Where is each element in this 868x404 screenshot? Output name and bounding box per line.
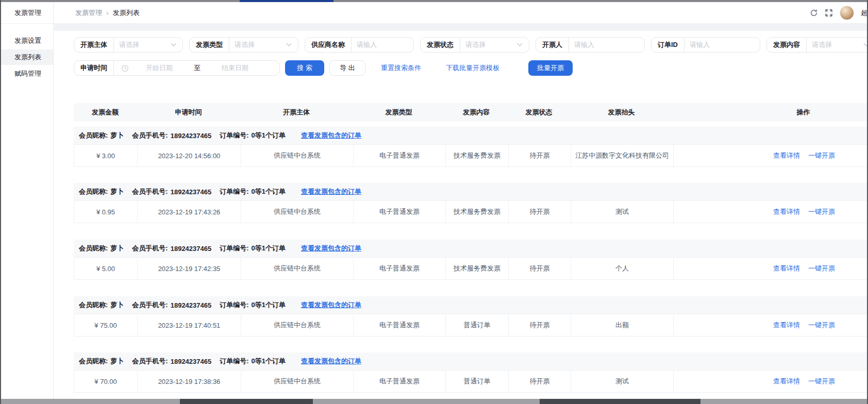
breadcrumb-item-invoice-list: 发票列表 (113, 8, 140, 18)
filter-label: 开票人 (536, 40, 569, 49)
invoice-title-cell: 测试 (571, 201, 673, 223)
horizontal-scrollbar-thumb[interactable] (180, 399, 313, 404)
order-no-value: 0等1个订单 (252, 187, 286, 196)
order-no-label: 订单编号: (220, 244, 248, 253)
filter-label: 发票内容 (767, 40, 806, 49)
filter-placeholder: 请选择 (807, 40, 864, 49)
invoice-status-cell: 待开票 (508, 314, 571, 336)
view-detail-link[interactable]: 查看详情 (773, 151, 800, 160)
horizontal-scrollbar-thumb-2[interactable] (540, 399, 700, 404)
filter-select-发票状态[interactable]: 发票状态请选择 (420, 37, 529, 53)
filter-select-发票类型[interactable]: 发票类型请选择 (189, 37, 298, 53)
member-nickname-value: 萝卜 (110, 357, 124, 366)
column-header-发票抬头: 发票抬头 (570, 103, 673, 122)
refresh-icon[interactable] (810, 9, 818, 17)
view-detail-link[interactable]: 查看详情 (773, 321, 800, 330)
filter-label: 供应商名称 (305, 40, 351, 49)
view-included-orders-link[interactable]: 查看发票包含的订单 (301, 357, 361, 366)
sidebar-menu: 发票设置发票列表赋码管理 (1, 24, 53, 81)
invoice-type-cell: 电子普通发票 (353, 258, 445, 279)
user-avatar[interactable] (840, 6, 854, 20)
breadcrumb-item-invoice-management[interactable]: 发票管理 (75, 8, 102, 18)
operations-cell: 查看详情一键开票 (673, 258, 867, 279)
invoice-group: 会员昵称:萝卜会员手机号:18924237465订单编号:0等1个订单查看发票包… (74, 127, 867, 167)
group-member-bar: 会员昵称:萝卜会员手机号:18924237465订单编号:0等1个订单查看发票包… (74, 352, 867, 370)
breadcrumb-separator-icon: › (106, 9, 109, 17)
apply-time-range-picker[interactable]: 申请时间 开始日期 至 结束日期 (74, 60, 280, 76)
filter-placeholder: 请输入 (685, 40, 760, 49)
view-included-orders-link[interactable]: 查看发票包含的订单 (301, 131, 361, 140)
one-click-invoice-link[interactable]: 一键开票 (808, 377, 835, 386)
invoice-type-cell: 电子普通发票 (353, 314, 445, 336)
batch-invoice-button[interactable]: 批量开票 (528, 60, 573, 76)
member-phone-value: 18924237465 (171, 245, 212, 252)
filter-placeholder: 请选择 (114, 40, 172, 49)
filter-row-2: 申请时间 开始日期 至 结束日期 搜 索 导 出 重置搜索条件 下载批量开票模板… (74, 60, 573, 76)
filter-input-订单ID[interactable]: 订单ID请输入 (651, 37, 760, 53)
username-label[interactable]: 超级管理员 (861, 8, 867, 18)
order-no-value: 0等1个订单 (252, 131, 286, 140)
view-detail-link[interactable]: 查看详情 (773, 207, 800, 216)
invoice-amount-cell: ¥ 70.00 (74, 371, 137, 392)
export-button[interactable]: 导 出 (329, 60, 365, 76)
operations-cell: 查看详情一键开票 (673, 201, 867, 223)
search-button[interactable]: 搜 索 (285, 60, 324, 76)
invoice-group: 会员昵称:萝卜会员手机号:18924237465订单编号:0等1个订单查看发票包… (74, 240, 867, 280)
column-header-开票主体: 开票主体 (240, 103, 353, 122)
apply-time-cell: 2023-12-19 17:40:51 (137, 314, 241, 336)
reset-search-link[interactable]: 重置搜索条件 (381, 63, 421, 73)
view-included-orders-link[interactable]: 查看发票包含的订单 (301, 244, 361, 253)
filter-select-开票主体[interactable]: 开票主体请选择 (74, 37, 183, 53)
invoice-title-cell: 测试 (571, 371, 673, 392)
invoice-type-cell: 电子普通发票 (353, 201, 445, 223)
field-divider (113, 61, 114, 75)
filter-placeholder: 请选择 (229, 40, 287, 49)
invoice-title-cell: 个人 (571, 258, 673, 279)
member-phone-label: 会员手机号: (132, 300, 168, 310)
window-left-edge (0, 0, 1, 404)
filter-row-1: 开票主体请选择发票类型请选择供应商名称请输入发票状态请选择开票人请输入订单ID请… (74, 37, 867, 53)
one-click-invoice-link[interactable]: 一键开票 (808, 151, 835, 160)
operations-cell: 查看详情一键开票 (673, 371, 867, 392)
view-included-orders-link[interactable]: 查看发票包含的订单 (301, 300, 361, 310)
member-nickname-label: 会员昵称: (79, 131, 108, 140)
sidebar-item-发票设置[interactable]: 发票设置 (1, 33, 53, 48)
group-member-bar: 会员昵称:萝卜会员手机号:18924237465订单编号:0等1个订单查看发票包… (74, 296, 867, 314)
view-included-orders-link[interactable]: 查看发票包含的订单 (301, 187, 361, 196)
one-click-invoice-link[interactable]: 一键开票 (808, 321, 835, 330)
group-member-bar: 会员昵称:萝卜会员手机号:18924237465订单编号:0等1个订单查看发票包… (74, 183, 867, 200)
view-detail-link[interactable]: 查看详情 (773, 264, 800, 273)
member-phone-value: 18924237465 (171, 188, 212, 196)
operations-cell: 查看详情一键开票 (673, 314, 867, 336)
invoice-title-cell: 江苏中源数字文化科技有限公司 (571, 145, 673, 166)
order-no-label: 订单编号: (220, 357, 248, 366)
sidebar: 发票管理 发票设置发票列表赋码管理 (1, 2, 54, 399)
download-batch-template-link[interactable]: 下载批量开票模板 (446, 63, 499, 73)
filter-input-供应商名称[interactable]: 供应商名称请输入 (305, 37, 414, 53)
member-nickname-label: 会员昵称: (79, 357, 108, 366)
one-click-invoice-link[interactable]: 一键开票 (808, 264, 835, 273)
start-date-placeholder: 开始日期 (139, 63, 179, 73)
apply-time-cell: 2023-12-19 17:38:36 (137, 371, 241, 392)
member-nickname-value: 萝卜 (110, 187, 124, 196)
view-detail-link[interactable]: 查看详情 (773, 377, 800, 386)
one-click-invoice-link[interactable]: 一键开票 (808, 207, 835, 216)
date-range-separator: 至 (194, 63, 201, 73)
table-row: ¥ 0.952023-12-19 17:43:26供应链中台系统电子普通发票技术… (74, 200, 867, 223)
member-phone-value: 18924237465 (171, 301, 212, 309)
filter-input-开票人[interactable]: 开票人请输入 (536, 37, 645, 53)
apply-time-cell: 2023-12-20 14:56:00 (137, 145, 241, 166)
invoice-amount-cell: ¥ 5.00 (74, 258, 137, 279)
chevron-down-icon (518, 41, 523, 46)
filter-select-发票内容[interactable]: 发票内容请选择 (766, 37, 867, 53)
operations-cell: 查看详情一键开票 (673, 145, 867, 166)
invoice-subject-cell: 供应链中台系统 (241, 201, 353, 223)
horizontal-scrollbar[interactable] (0, 399, 868, 404)
filter-placeholder: 请输入 (569, 40, 644, 49)
column-header-申请时间: 申请时间 (137, 103, 240, 122)
sidebar-item-赋码管理[interactable]: 赋码管理 (1, 66, 53, 81)
sidebar-item-发票列表[interactable]: 发票列表 (1, 49, 53, 65)
member-phone-value: 18924237465 (171, 132, 212, 140)
fullscreen-icon[interactable] (825, 9, 833, 17)
member-nickname-value: 萝卜 (110, 131, 124, 140)
